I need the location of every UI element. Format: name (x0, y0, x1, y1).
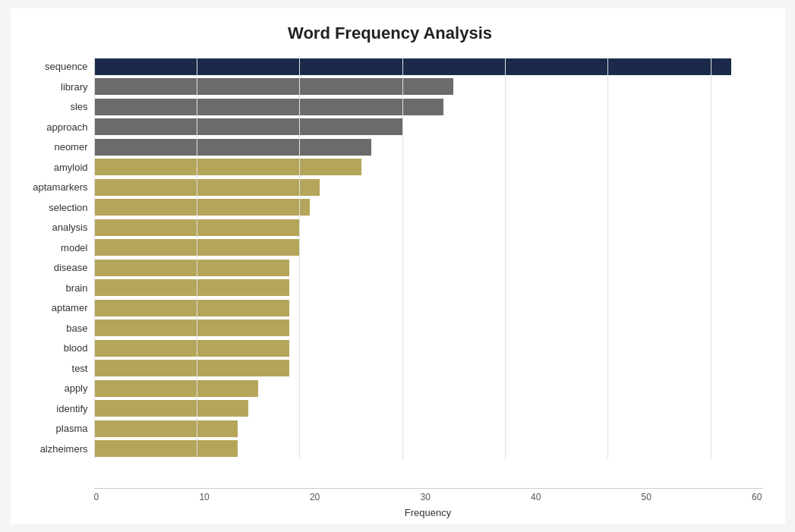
y-label: approach (46, 117, 87, 137)
bar-row (94, 258, 762, 279)
x-tick: 20 (310, 492, 320, 502)
y-label: plasma (56, 419, 88, 439)
bar-row (94, 318, 762, 338)
bar-row (94, 298, 762, 319)
bar-row (94, 439, 762, 459)
y-label: sequence (45, 57, 87, 77)
y-label: sles (70, 97, 87, 118)
y-label: test (72, 358, 88, 379)
bar-row (94, 398, 762, 419)
bar-row (94, 338, 762, 359)
bar-row (94, 419, 762, 439)
x-axis-ticks: 0102030405060 (94, 488, 762, 502)
bar-sequence (94, 58, 731, 75)
chart-title: Word Frequency Analysis (18, 24, 762, 43)
bar-analysis (94, 219, 300, 236)
bar-row (94, 238, 762, 258)
x-tick: 50 (642, 492, 651, 502)
bar-alzheimers (94, 440, 238, 457)
bar-row (94, 178, 762, 198)
bar-brain (94, 279, 289, 296)
bars-wrapper (94, 57, 762, 459)
chart-container: Word Frequency Analysis sequencelibrarys… (11, 8, 785, 524)
chart-area: sequencelibraryslesapproachneomeramyloid… (18, 57, 762, 459)
bar-model (94, 239, 300, 256)
y-label: model (61, 238, 87, 258)
y-label: library (61, 77, 87, 97)
x-axis-label: Frequency (94, 507, 762, 518)
bar-row (94, 379, 762, 399)
y-label: base (66, 318, 87, 338)
x-tick: 40 (531, 492, 541, 502)
bar-library (94, 78, 454, 95)
y-label: selection (49, 197, 87, 218)
bar-sles (94, 99, 443, 115)
bar-row (94, 57, 762, 77)
bar-row (94, 278, 762, 298)
bar-disease (94, 260, 289, 276)
bar-selection (94, 199, 310, 216)
y-label: amyloid (54, 157, 88, 178)
bar-amyloid (94, 159, 361, 175)
bar-test (94, 360, 289, 376)
bar-aptamer (94, 300, 289, 316)
y-label: disease (54, 258, 88, 279)
bar-row (94, 358, 762, 379)
bar-row (94, 197, 762, 218)
bar-identify (94, 400, 248, 417)
x-tick: 60 (752, 492, 762, 502)
bar-row (94, 157, 762, 178)
x-tick: 30 (420, 492, 430, 502)
bar-neomer (94, 139, 372, 156)
y-label: brain (66, 278, 88, 298)
bar-row (94, 117, 762, 137)
bar-row (94, 137, 762, 158)
y-label: alzheimers (40, 439, 88, 459)
bar-blood (94, 340, 289, 357)
y-label: aptamarkers (33, 178, 87, 198)
y-axis: sequencelibraryslesapproachneomeramyloid… (18, 57, 94, 459)
x-tick: 10 (199, 492, 209, 502)
y-label: aptamer (52, 298, 88, 319)
bar-base (94, 320, 289, 336)
bar-aptamarkers (94, 179, 320, 196)
bar-apply (94, 380, 259, 397)
y-label: blood (64, 338, 88, 359)
y-label: apply (64, 379, 87, 399)
y-label: identify (56, 398, 87, 419)
bar-row (94, 97, 762, 118)
bars-column (94, 57, 762, 459)
x-tick: 0 (94, 492, 99, 502)
bar-plasma (94, 420, 238, 437)
bar-row (94, 77, 762, 97)
bar-approach (94, 118, 402, 135)
y-label: analysis (52, 218, 88, 238)
bar-row (94, 218, 762, 238)
y-label: neomer (54, 137, 87, 158)
